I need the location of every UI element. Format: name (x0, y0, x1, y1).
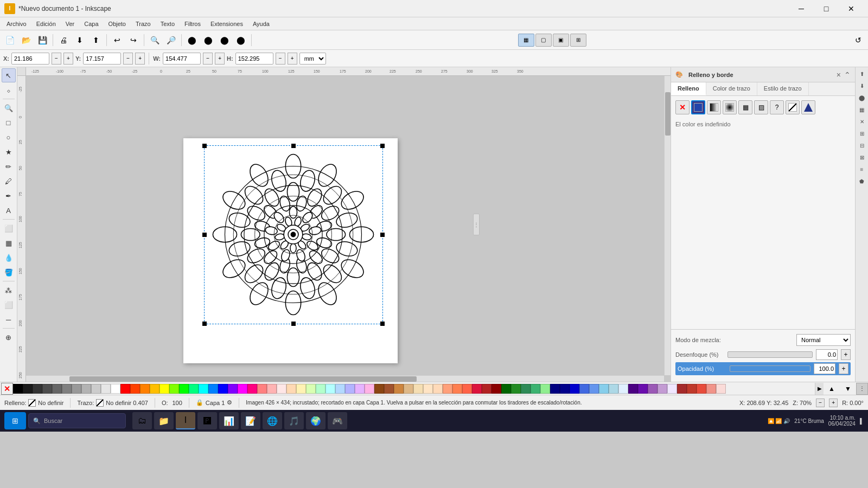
palette-color-13[interactable] (140, 384, 150, 394)
palette-color-35[interactable] (355, 384, 365, 394)
menu-archivo[interactable]: Archivo (2, 20, 31, 28)
menu-edicion[interactable]: Edición (32, 20, 60, 28)
palette-color-33[interactable] (335, 384, 345, 394)
palette-color-59[interactable] (589, 384, 599, 394)
palette-color-38[interactable] (384, 384, 394, 394)
palette-color-67[interactable] (667, 384, 677, 394)
palette-color-10[interactable] (111, 384, 120, 394)
palette-color-27[interactable] (277, 384, 286, 394)
view-outline-button[interactable]: ▢ (535, 34, 552, 47)
far-right-btn5[interactable]: ✕ (857, 116, 867, 127)
circle-tool[interactable]: ○ (2, 130, 16, 144)
palette-color-24[interactable] (247, 384, 257, 394)
palette-color-70[interactable] (697, 384, 706, 394)
panel-close-button[interactable]: × (837, 70, 841, 79)
x-minus-button[interactable]: − (52, 53, 61, 65)
fill-flat-button[interactable] (691, 100, 705, 114)
palette-color-41[interactable] (413, 384, 423, 394)
h-input[interactable] (235, 53, 273, 65)
print-button[interactable]: 🖨 (56, 33, 71, 48)
far-right-btn9[interactable]: ≡ (857, 164, 867, 175)
zoom-in-status[interactable]: + (829, 399, 838, 407)
blend-mode-select[interactable]: Normal Multiply Screen Overlay (796, 334, 851, 346)
menu-trazo[interactable]: Trazo (131, 20, 155, 28)
taskbar-app-powerpoint[interactable]: 🅿 (197, 412, 217, 429)
palette-color-19[interactable] (199, 384, 208, 394)
palette-color-42[interactable] (423, 384, 433, 394)
palette-color-39[interactable] (394, 384, 404, 394)
v-scroll-thumb[interactable] (665, 92, 671, 136)
zoom-tool[interactable]: 🔍 (2, 101, 16, 115)
palette-color-32[interactable] (326, 384, 335, 394)
palette-color-17[interactable] (179, 384, 189, 394)
pencil-tool[interactable]: ✏ (2, 159, 16, 174)
palette-color-40[interactable] (404, 384, 413, 394)
palette-color-37[interactable] (374, 384, 384, 394)
gradient-tool[interactable]: ⬜ (2, 221, 16, 235)
palette-color-16[interactable] (169, 384, 179, 394)
canvas-area[interactable]: -125 -100 -75 -50 -25 0 25 50 75 100 125… (17, 67, 671, 382)
dropper-tool[interactable]: 💧 (2, 251, 16, 265)
palette-color-34[interactable] (345, 384, 355, 394)
menu-texto[interactable]: Texto (156, 20, 179, 28)
taskbar-app-inkscape[interactable]: I (176, 412, 195, 429)
far-right-btn7[interactable]: ⊟ (857, 140, 867, 151)
palette-color-62[interactable] (618, 384, 628, 394)
spray-tool[interactable]: ⁂ (2, 283, 16, 297)
palette-color-29[interactable] (296, 384, 306, 394)
y-input[interactable] (83, 53, 121, 65)
palette-color-11[interactable] (120, 384, 130, 394)
palette-color-15[interactable] (159, 384, 169, 394)
palette-color-30[interactable] (306, 384, 316, 394)
palette-color-4[interactable] (52, 384, 62, 394)
palette-color-7[interactable] (81, 384, 91, 394)
palette-color-3[interactable] (42, 384, 52, 394)
blur-slider[interactable] (727, 351, 813, 358)
taskbar-app-word[interactable]: 📝 (241, 412, 260, 429)
view-enhanced-button[interactable]: ▣ (553, 34, 569, 47)
taskbar-search[interactable]: 🔍 Buscar (28, 413, 126, 428)
align-right-button[interactable]: ⬤ (217, 33, 232, 48)
far-right-btn8[interactable]: ⊠ (857, 152, 867, 163)
fill-marker-button[interactable] (801, 100, 815, 114)
fill-unset-button[interactable] (786, 100, 800, 114)
x-input[interactable] (11, 53, 49, 65)
zoom-out-button[interactable]: 🔎 (163, 33, 178, 48)
zoom-in-button[interactable]: 🔍 (147, 33, 162, 48)
palette-color-71[interactable] (706, 384, 716, 394)
palette-color-46[interactable] (462, 384, 472, 394)
select-tool[interactable]: ↖ (2, 68, 16, 82)
bucket-tool[interactable]: 🪣 (2, 265, 16, 279)
far-right-btn1[interactable]: ⬆ (857, 68, 867, 79)
palette-color-2[interactable] (33, 384, 42, 394)
palette-color-0[interactable] (13, 384, 23, 394)
palette-color-65[interactable] (648, 384, 658, 394)
connector-tool[interactable]: ─ (2, 312, 16, 326)
far-right-btn3[interactable]: ⬤ (857, 92, 867, 103)
palette-color-58[interactable] (579, 384, 589, 394)
palette-color-53[interactable] (531, 384, 540, 394)
palette-scroll-up[interactable]: ▲ (824, 383, 840, 395)
w-minus-button[interactable]: − (203, 53, 213, 65)
tab-estilo-trazo[interactable]: Estilo de trazo (757, 82, 809, 95)
star-tool[interactable]: ★ (2, 145, 16, 159)
panel-expand-button[interactable]: ⌃ (844, 70, 851, 79)
open-button[interactable]: 📂 (18, 33, 34, 48)
blur-value[interactable] (816, 349, 838, 360)
fill-swatch-button[interactable]: ▨ (754, 100, 768, 114)
text-tool[interactable]: A (2, 203, 16, 217)
h-minus-button[interactable]: − (276, 53, 285, 65)
mesh-tool[interactable]: ▦ (2, 236, 16, 250)
menu-ver[interactable]: Ver (61, 20, 79, 28)
import-button[interactable]: ⬇ (72, 33, 87, 48)
palette-color-1[interactable] (23, 384, 33, 394)
vertical-scrollbar[interactable] (664, 76, 671, 375)
y-minus-button[interactable]: − (123, 53, 133, 65)
view-split-button[interactable]: ⊞ (570, 34, 586, 47)
palette-color-57[interactable] (570, 384, 579, 394)
palette-color-69[interactable] (687, 384, 697, 394)
new-button[interactable]: 📄 (2, 33, 17, 48)
palette-color-22[interactable] (228, 384, 238, 394)
palette-color-21[interactable] (218, 384, 228, 394)
mandala-image[interactable] (208, 149, 379, 320)
